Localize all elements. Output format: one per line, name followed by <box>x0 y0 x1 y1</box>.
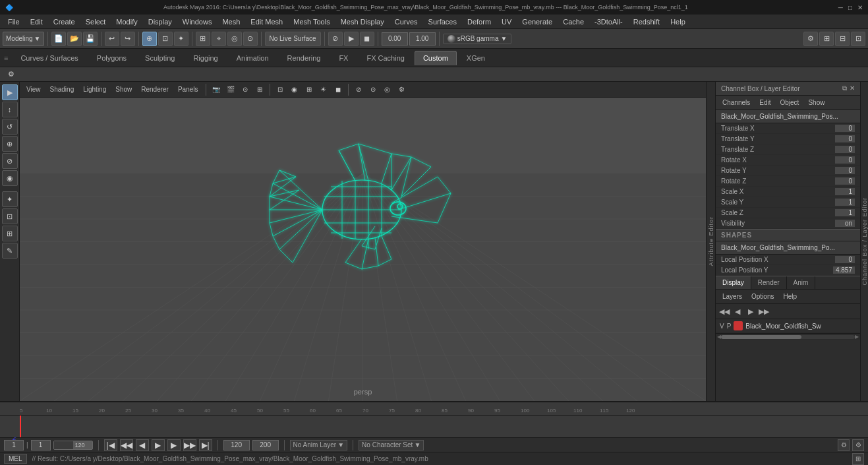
select-tool-btn[interactable]: ▶ <box>2 84 18 100</box>
bookmark-icon[interactable]: ⊙ <box>239 83 252 96</box>
texture-icon[interactable]: ⊞ <box>303 83 316 96</box>
light-icon[interactable]: ☀ <box>317 83 330 96</box>
tab-rigging[interactable]: Rigging <box>185 51 226 65</box>
redo-icon[interactable]: ↪ <box>121 32 135 46</box>
vp-menu-panels[interactable]: Panels <box>174 84 202 94</box>
menu-help[interactable]: Help <box>665 16 691 27</box>
vp-menu-view[interactable]: View <box>22 84 45 94</box>
vp-menu-lighting[interactable]: Lighting <box>79 84 110 94</box>
mode-dropdown[interactable]: Modeling ▼ <box>3 32 44 46</box>
layout-icon[interactable]: ⊟ <box>835 32 850 46</box>
film-icon[interactable]: 🎬 <box>224 83 237 96</box>
next-frame-btn[interactable]: ▶ <box>167 439 181 451</box>
maximize-button[interactable]: □ <box>848 4 852 11</box>
go-start-btn[interactable]: |◀ <box>104 439 117 451</box>
vp-menu-shading[interactable]: Shading <box>46 84 78 94</box>
tab-curves-surfaces[interactable]: Curves / Surfaces <box>12 51 86 65</box>
go-end-btn[interactable]: ▶| <box>199 439 212 451</box>
rotate-tool-btn[interactable]: ↺ <box>2 119 18 135</box>
panels-icon[interactable]: ⊡ <box>851 32 865 46</box>
menu-redshift[interactable]: Redshift <box>628 16 665 27</box>
paint-btn[interactable]: ✎ <box>2 243 18 259</box>
btab-display[interactable]: Display <box>716 276 751 289</box>
menu-cache[interactable]: Cache <box>558 16 589 27</box>
next-key-btn[interactable]: ▶▶ <box>183 439 196 451</box>
scroll-right-arrow[interactable]: ▶ <box>855 334 859 340</box>
menu-uv[interactable]: UV <box>496 16 517 27</box>
select-tool-icon[interactable]: ⊕ <box>142 32 157 46</box>
layer-visible-toggle[interactable]: V <box>720 323 724 330</box>
snap-point-icon[interactable]: ◎ <box>227 32 242 46</box>
tab-polygons[interactable]: Polygons <box>88 51 135 65</box>
universal-tool-btn[interactable]: ⊘ <box>2 153 18 169</box>
render-icon[interactable]: ▶ <box>344 32 359 46</box>
undo-icon[interactable]: ↩ <box>105 32 119 46</box>
menu-deform[interactable]: Deform <box>462 16 496 27</box>
tab-sculpting[interactable]: Sculpting <box>136 51 183 65</box>
no-live-surface-btn[interactable]: No Live Surface <box>265 32 321 46</box>
layer-icon-4[interactable]: ▶▶ <box>758 305 770 317</box>
menu-surfaces[interactable]: Surfaces <box>423 16 462 27</box>
layer-icon-2[interactable]: ◀ <box>732 305 743 317</box>
timeline-bar[interactable] <box>0 416 868 437</box>
tab-fx[interactable]: FX <box>330 51 357 65</box>
show-manip-btn[interactable]: ✦ <box>2 191 18 207</box>
settings-icon[interactable]: ⚙ <box>4 67 18 82</box>
menu-windows[interactable]: Windows <box>177 16 217 27</box>
prev-key-btn[interactable]: ◀◀ <box>120 439 133 451</box>
tab-rendering[interactable]: Rendering <box>279 51 330 65</box>
settings-btn-1[interactable]: ⚙ <box>838 439 850 451</box>
btab-anim[interactable]: Anim <box>787 276 816 289</box>
menu-select[interactable]: Select <box>80 16 111 27</box>
ipr-icon[interactable]: ◼ <box>360 32 374 46</box>
lm-options[interactable]: Options <box>747 292 778 301</box>
cb-menu-show[interactable]: Show <box>804 98 828 108</box>
snap-view-icon[interactable]: ⊙ <box>243 32 258 46</box>
save-file-icon[interactable]: 💾 <box>83 32 98 46</box>
open-file-icon[interactable]: 📂 <box>67 32 82 46</box>
frame-range-bar[interactable]: 120 <box>53 441 93 450</box>
scrollbar-track[interactable] <box>721 335 855 339</box>
viewport-options-icon[interactable]: ⚙ <box>395 83 409 96</box>
menu-generate[interactable]: Generate <box>517 16 558 27</box>
channel-box-float-icon[interactable]: ⧉ <box>842 84 847 92</box>
minimize-button[interactable]: ─ <box>838 4 843 11</box>
field1-input[interactable] <box>382 32 408 46</box>
vp-menu-show[interactable]: Show <box>111 84 136 94</box>
prev-frame-btn[interactable]: ◀ <box>136 439 149 451</box>
snap-curve-icon[interactable]: ⌖ <box>212 32 226 46</box>
char-set-dropdown[interactable]: No Character Set ▼ <box>359 440 424 450</box>
play-btn[interactable]: ▶ <box>152 439 165 451</box>
status-bar-settings[interactable]: ⊞ <box>852 453 864 465</box>
out-frame-input[interactable] <box>252 440 279 450</box>
menu-mesh[interactable]: Mesh <box>217 16 245 27</box>
lm-help[interactable]: Help <box>779 292 801 301</box>
cb-menu-edit[interactable]: Edit <box>755 98 774 108</box>
attribute-editor-tab[interactable]: Attribute Editor <box>706 82 715 401</box>
layer-color-swatch[interactable] <box>734 321 743 330</box>
lasso-icon[interactable]: ⊡ <box>158 32 173 46</box>
menu-create[interactable]: Create <box>48 16 80 27</box>
scrollbar-thumb[interactable] <box>721 335 801 339</box>
channel-box-close-icon[interactable]: ✕ <box>850 84 855 92</box>
layer-playback-toggle[interactable]: P <box>727 323 732 330</box>
display-settings-icon[interactable]: ⚙ <box>803 32 818 46</box>
xray-icon[interactable]: ◎ <box>381 83 394 96</box>
tool3-btn[interactable]: ⊞ <box>2 226 18 241</box>
gamma-indicator[interactable]: sRGB gamma ▼ <box>443 34 512 44</box>
field2-input[interactable] <box>409 32 436 46</box>
shadow-icon[interactable]: ◼ <box>332 83 345 96</box>
grid-icon[interactable]: ⊞ <box>819 32 834 46</box>
layer-scrollbar[interactable]: ◀ ▶ <box>716 333 860 340</box>
vp-menu-renderer[interactable]: Renderer <box>137 84 173 94</box>
tab-fx-caching[interactable]: FX Caching <box>358 51 413 65</box>
menu-3dto-all[interactable]: -3DtoAll- <box>589 16 628 27</box>
close-button[interactable]: ✕ <box>857 4 863 11</box>
menu-mesh-tools[interactable]: Mesh Tools <box>288 16 335 27</box>
soft-mod-btn[interactable]: ◉ <box>2 170 18 186</box>
move-tool-btn[interactable]: ↕ <box>2 102 18 117</box>
timeline-ruler[interactable]: 5 10 15 20 25 30 35 40 45 50 55 60 65 70… <box>0 402 868 416</box>
max-frame-input[interactable] <box>223 440 250 450</box>
new-file-icon[interactable]: 📄 <box>51 32 66 46</box>
last-tool-btn[interactable]: ⊡ <box>2 208 18 224</box>
